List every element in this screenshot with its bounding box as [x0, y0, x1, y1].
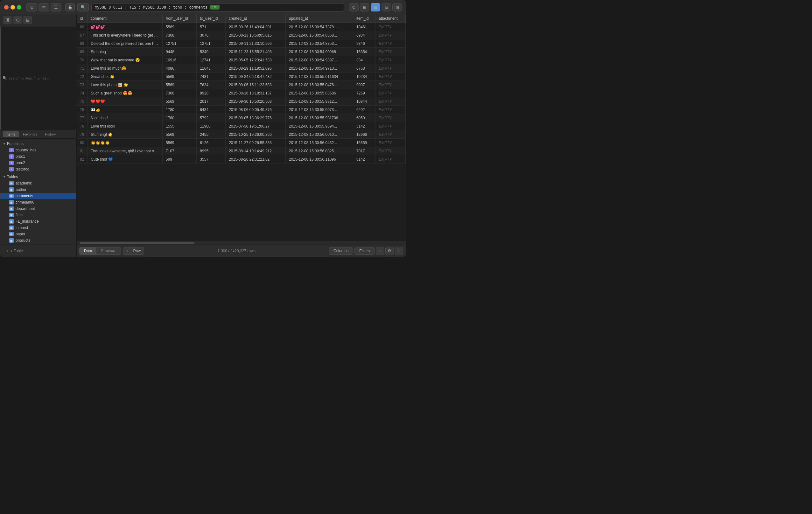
cell-comment[interactable]: 👀👍: [87, 105, 163, 114]
cell-comment[interactable]: Stunning! 🌟: [87, 130, 163, 139]
sidebar-item-interest[interactable]: ▦ interest: [0, 224, 76, 231]
add-table-button[interactable]: ＋ + Table: [3, 247, 25, 255]
cell-updated_at[interactable]: 2015-12-08 15:30:55.011634: [285, 72, 353, 81]
cell-id[interactable]: 80: [77, 139, 87, 147]
table-row[interactable]: 66💕💕💕55695712015-09-26 11:43:04.3912015-…: [77, 23, 406, 31]
cell-item_id[interactable]: 9007: [353, 81, 375, 89]
sidebar-search[interactable]: 🔍 Search for item: ^name$...: [0, 26, 76, 130]
cell-updated_at[interactable]: 2015-12-08 15:30:56.11096: [285, 155, 353, 163]
cell-to_user_id[interactable]: 7481: [197, 72, 226, 81]
panel-view-button[interactable]: ▧: [392, 3, 402, 11]
cell-attachment[interactable]: EMPTY: [375, 72, 406, 81]
db-icon[interactable]: 🗄: [3, 16, 12, 24]
cell-created_at[interactable]: 2015-07-30 19:51:00.27: [226, 122, 286, 130]
cell-item_id[interactable]: 10844: [353, 97, 375, 105]
cell-comment[interactable]: Love this so much😍: [87, 64, 163, 72]
cell-attachment[interactable]: EMPTY: [375, 147, 406, 155]
cell-created_at[interactable]: 2015-11-27 09:26:55.333: [226, 139, 286, 147]
cell-to_user_id[interactable]: 571: [197, 23, 226, 31]
cell-comment[interactable]: Love this look!: [87, 122, 163, 130]
table-row[interactable]: 73Love this photo 🖼️ 🌟556976342015-09-06…: [77, 81, 406, 89]
cell-from_user_id[interactable]: 1780: [163, 105, 197, 114]
cell-item_id[interactable]: 7017: [353, 147, 375, 155]
table-row[interactable]: 82Cute shot 💙59935572015-08-26 22:31:21.…: [77, 155, 406, 163]
cell-item_id[interactable]: 10461: [353, 23, 375, 31]
cell-id[interactable]: 79: [77, 130, 87, 139]
cell-comment[interactable]: Stunning: [87, 48, 163, 56]
table-row[interactable]: 69Stunning944853402015-11-23 15:55:21.40…: [77, 48, 406, 56]
cell-attachment[interactable]: EMPTY: [375, 56, 406, 64]
cell-updated_at[interactable]: 2015-12-08 15:30:54.9710...: [285, 64, 353, 72]
table-row[interactable]: 80👏👏👏👏556961262015-11-27 09:26:55.333201…: [77, 139, 406, 147]
cell-to_user_id[interactable]: 6126: [197, 139, 226, 147]
cell-id[interactable]: 78: [77, 122, 87, 130]
cell-item_id[interactable]: 15354: [353, 48, 375, 56]
cell-attachment[interactable]: EMPTY: [375, 105, 406, 114]
cell-updated_at[interactable]: 2015-12-08 15:30:55.9073...: [285, 105, 353, 114]
scrollbar-thumb[interactable]: [80, 242, 195, 244]
cell-to_user_id[interactable]: 2017: [197, 97, 226, 105]
table-row[interactable]: 75❤️❤️❤️556920172015-09-30 16:50:20.5032…: [77, 97, 406, 105]
tab-data[interactable]: Data: [80, 247, 96, 254]
functions-header[interactable]: ▼ Functions: [0, 141, 76, 147]
cell-to_user_id[interactable]: 11643: [197, 64, 226, 72]
table-row[interactable]: 74Such a great shot! 😍😍730889282015-08-1…: [77, 89, 406, 97]
cell-attachment[interactable]: EMPTY: [375, 130, 406, 139]
cell-comment[interactable]: 👏👏👏👏: [87, 139, 163, 147]
minimize-button[interactable]: [10, 5, 15, 9]
sidebar-item-fl-insurance[interactable]: ▦ FL_insurance: [0, 218, 76, 224]
table-row[interactable]: 78Love this look!1555119082015-07-30 19:…: [77, 122, 406, 130]
cell-from_user_id[interactable]: 5569: [163, 130, 197, 139]
cell-updated_at[interactable]: 2015-12-08 15:30:54.8368...: [285, 31, 353, 39]
tables-header[interactable]: ▼ Tables: [0, 174, 76, 180]
table-view-button[interactable]: ▦: [371, 3, 380, 11]
cell-id[interactable]: 77: [77, 114, 87, 122]
nav-icon[interactable]: ⊙: [26, 3, 37, 11]
cell-to_user_id[interactable]: 7634: [197, 81, 226, 89]
cell-updated_at[interactable]: 2015-12-08 15:30:55.83586: [285, 89, 353, 97]
cell-item_id[interactable]: 334: [353, 56, 375, 64]
grid-view-button[interactable]: ⊞: [360, 3, 369, 11]
cell-created_at[interactable]: 2015-08-13 16:50:05.015: [226, 31, 286, 39]
settings-button[interactable]: ⚙: [385, 247, 394, 255]
cell-updated_at[interactable]: 2015-12-08 15:30:55.8812...: [285, 97, 353, 105]
table-row[interactable]: 81That looks awesome, girl! Love that ou…: [77, 147, 406, 155]
server-icon[interactable]: ⬡: [13, 16, 22, 24]
cell-from_user_id[interactable]: 5569: [163, 139, 197, 147]
col-header-to_user_id[interactable]: to_user_id: [197, 14, 226, 23]
columns-button[interactable]: Columns: [329, 247, 353, 255]
sidebar-item-author[interactable]: ▦ author: [0, 186, 76, 193]
cell-from_user_id[interactable]: 599: [163, 155, 197, 163]
col-header-comment[interactable]: comment: [87, 14, 163, 23]
cell-comment[interactable]: ❤️❤️❤️: [87, 97, 163, 105]
tab-structure[interactable]: Structure: [96, 247, 121, 254]
cell-item_id[interactable]: 6934: [353, 31, 375, 39]
cell-item_id[interactable]: 10234: [353, 72, 375, 81]
list-icon[interactable]: ☰: [51, 3, 61, 11]
cell-comment[interactable]: This skirt is everywhere I need to get m…: [87, 31, 163, 39]
cell-to_user_id[interactable]: 12741: [197, 56, 226, 64]
sidebar-item-academic[interactable]: ▦ academic: [0, 180, 76, 186]
cell-created_at[interactable]: 2015-09-30 16:50:20.503: [226, 97, 286, 105]
cell-attachment[interactable]: EMPTY: [375, 81, 406, 89]
cell-to_user_id[interactable]: 8995: [197, 147, 226, 155]
cell-created_at[interactable]: 2015-08-14 10:14:49.212: [226, 147, 286, 155]
cell-comment[interactable]: 💕💕💕: [87, 23, 163, 31]
table-row[interactable]: 67This skirt is everywhere I need to get…: [77, 31, 406, 39]
data-table-container[interactable]: id comment from_user_id to_user_id creat…: [77, 14, 406, 241]
cell-item_id[interactable]: 7269: [353, 89, 375, 97]
cell-created_at[interactable]: 2015-08-26 22:31:21.62: [226, 155, 286, 163]
col-header-from_user_id[interactable]: from_user_id: [163, 14, 197, 23]
cell-item_id[interactable]: 8142: [353, 155, 375, 163]
cell-id[interactable]: 82: [77, 155, 87, 163]
eye-icon[interactable]: 👁: [38, 3, 49, 11]
cell-created_at[interactable]: 2015-08-05 13:36:29.776: [226, 114, 286, 122]
cell-attachment[interactable]: EMPTY: [375, 31, 406, 39]
cell-from_user_id[interactable]: 9448: [163, 48, 197, 56]
cell-attachment[interactable]: EMPTY: [375, 48, 406, 56]
col-header-attachment[interactable]: attachment: [375, 14, 406, 23]
maximize-button[interactable]: [17, 5, 21, 9]
cell-from_user_id[interactable]: 4086: [163, 64, 197, 72]
cell-attachment[interactable]: EMPTY: [375, 39, 406, 48]
cell-to_user_id[interactable]: 6434: [197, 105, 226, 114]
